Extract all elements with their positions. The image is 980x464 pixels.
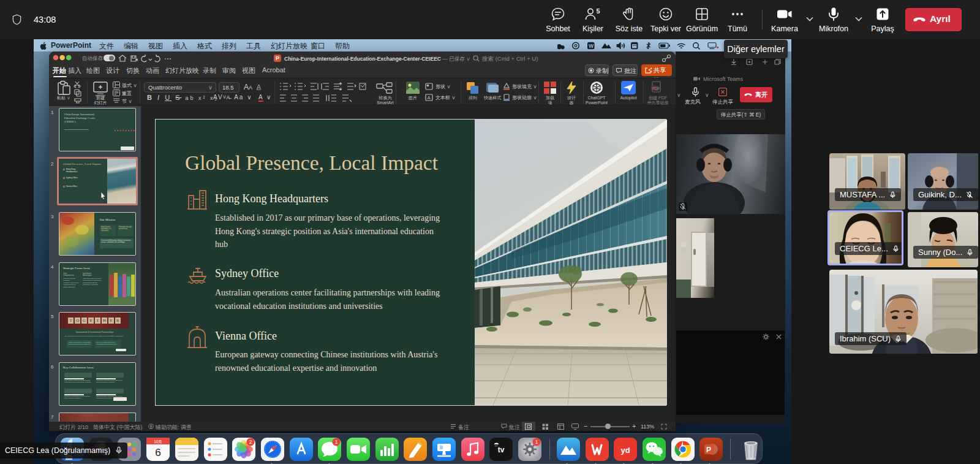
svg-text:P: P	[706, 446, 711, 454]
svg-text:1: 1	[335, 439, 338, 445]
svg-text:W: W	[589, 43, 594, 49]
svg-text:2: 2	[249, 439, 252, 445]
svg-text:A: A	[428, 95, 431, 101]
svg-text:tv: tv	[498, 446, 505, 454]
svg-text:yd: yd	[620, 446, 630, 455]
svg-text:PDF: PDF	[652, 86, 660, 91]
svg-text:5: 5	[597, 7, 600, 15]
svg-text:10月: 10月	[154, 439, 162, 444]
svg-text:6: 6	[155, 447, 160, 458]
svg-text:1: 1	[535, 439, 538, 445]
